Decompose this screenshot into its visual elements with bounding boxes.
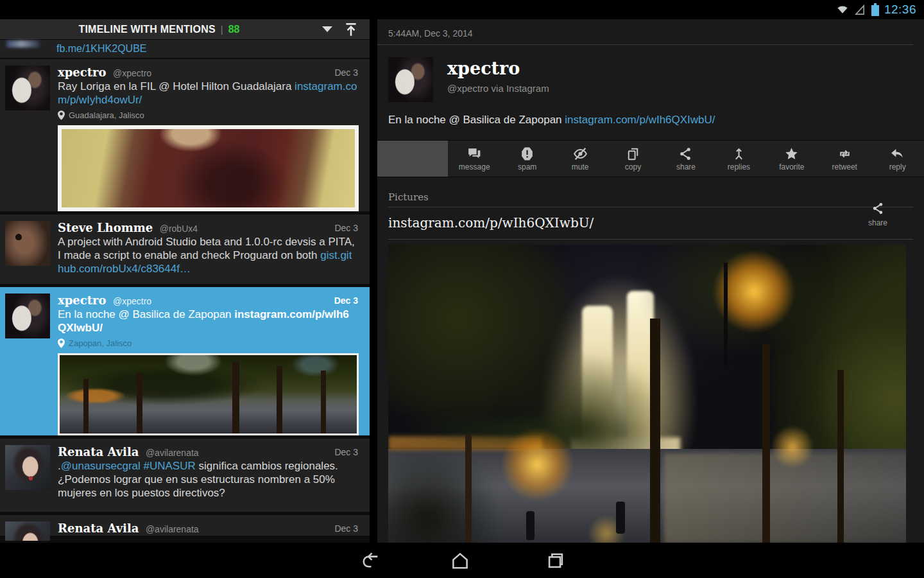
tweet-row[interactable]: Steve Lhomme @robUx4 Dec 3 A project wit…: [0, 215, 370, 284]
pictures-section-label: Pictures: [388, 191, 913, 207]
tweet-hashtag-link[interactable]: #UNASUR: [141, 460, 196, 472]
tweet-date: Dec 3: [334, 445, 358, 459]
tweet-handle: @avilarenata: [146, 524, 199, 534]
tweet-text: En la noche @ Basilica de Zapopan instag…: [58, 308, 357, 335]
tweet-action-bar: message spam mute: [377, 140, 924, 177]
tweet-handle: @xpectro: [113, 296, 151, 306]
spam-button[interactable]: spam: [501, 141, 553, 177]
tweet-link[interactable]: fb.me/1KHK2QUBE: [56, 43, 147, 54]
tweet-author[interactable]: xpectro: [58, 66, 107, 79]
back-button[interactable]: [356, 549, 384, 572]
tweet-date: Dec 3: [334, 66, 358, 80]
action-label: message: [459, 162, 490, 171]
battery-icon: [871, 3, 880, 17]
action-label: replies: [728, 162, 750, 171]
picture-link[interactable]: instagram.com/p/wIh6QXIwbU/: [388, 215, 594, 231]
tweet-date: Dec 3: [334, 221, 358, 235]
tweet-text-plain: En la noche @ Basilica de Zapopan: [388, 114, 565, 126]
tweet-handle: @robUx4: [160, 223, 198, 234]
tweet-location: Guadalajara, Jalisco: [58, 109, 363, 121]
action-label: mute: [572, 162, 589, 171]
scroll-to-top-button[interactable]: [343, 21, 359, 40]
reply-button[interactable]: reply: [871, 141, 924, 177]
replies-icon: [731, 146, 747, 162]
share-button[interactable]: share: [660, 141, 712, 177]
author-name[interactable]: xpectro: [447, 58, 520, 78]
copy-icon: [625, 146, 641, 162]
picture-link-row: instagram.com/p/wIh6QXIwbU/ share: [388, 207, 913, 240]
wifi-icon: [835, 3, 850, 16]
share-icon: [678, 146, 694, 162]
share-icon: [871, 201, 886, 216]
home-button[interactable]: [446, 549, 474, 572]
title-separator: |: [221, 24, 223, 35]
favorite-button[interactable]: favorite: [766, 141, 818, 177]
android-nav-bar: [0, 543, 924, 578]
author-profile: xpectro @xpectro via Instagram: [388, 57, 913, 102]
tweet-row-selected[interactable]: xpectro @xpectro Dec 3 En la noche @ Bas…: [0, 287, 370, 435]
tweet-row[interactable]: Renata Avila @avilarenata Dec 3 .@unasur…: [0, 439, 370, 512]
location-label: Zapopan, Jalisco: [69, 338, 132, 348]
tweet-detail-pane: 5:44AM, Dec 3, 2014 xpectro @xpectro via…: [377, 19, 924, 543]
message-icon: [466, 146, 483, 162]
favorite-icon: [783, 146, 800, 162]
tweet-row-partial-bottom[interactable]: Renata Avila @avilarenata Dec 3: [0, 515, 370, 536]
timeline-pane: TIMELINE WITH MENTIONS | 88 fb.me/1KHK2Q…: [0, 19, 370, 543]
tweet-text: A project with Android Studio beta and 1…: [58, 235, 357, 281]
picture-share-button[interactable]: share: [860, 201, 895, 227]
tweet-text: Ray Loriga en la FIL @ Hotel Hilton Guad…: [58, 80, 357, 107]
avatar[interactable]: [388, 57, 433, 102]
action-label: retweet: [832, 162, 857, 171]
tweet-timestamp: 5:44AM, Dec 3, 2014: [377, 19, 913, 45]
tweet-text: .@unasursecgral #UNASUR significa cambio…: [58, 459, 357, 500]
replies-button[interactable]: replies: [712, 141, 765, 177]
tweet-photo[interactable]: [58, 125, 359, 211]
tweet-text-plain: Ray Loriga en la FIL @ Hotel Hilton Guad…: [58, 80, 295, 92]
status-bar: 12:36: [0, 0, 924, 19]
avatar[interactable]: [5, 293, 50, 338]
tweet-location: Zapopan, Jalisco: [58, 337, 363, 349]
action-label: favorite: [779, 162, 804, 171]
message-button[interactable]: message: [448, 141, 501, 177]
action-empty-cell[interactable]: [377, 141, 448, 177]
action-label: copy: [625, 162, 641, 171]
back-icon: [359, 550, 381, 572]
tweet-text-plain: En la noche @ Basilica de Zapopan: [58, 308, 234, 320]
tweet-author[interactable]: Steve Lhomme: [58, 221, 153, 234]
clock: 12:36: [884, 3, 916, 17]
retweet-icon: [837, 146, 853, 162]
recents-icon: [545, 550, 567, 572]
avatar[interactable]: [5, 521, 50, 541]
mute-icon: [572, 146, 588, 162]
tweet-author[interactable]: xpectro: [58, 293, 107, 307]
recents-button[interactable]: [542, 549, 570, 572]
tweet-link[interactable]: instagram.com/p/wIh6QXIwbU/: [565, 114, 715, 126]
mute-button[interactable]: mute: [554, 141, 606, 177]
tweet-mention-link[interactable]: @unasursecgral: [61, 460, 141, 472]
tweet-partial-top[interactable]: fb.me/1KHK2QUBE: [0, 40, 370, 58]
app-root: 12:36 TIMELINE WITH MENTIONS | 88 fb.me/…: [0, 0, 924, 578]
avatar[interactable]: [5, 66, 50, 110]
pin-icon: [58, 338, 65, 348]
tweet-photo-large[interactable]: [388, 245, 906, 543]
tweet-date: Dec 3: [334, 293, 358, 308]
pin-icon: [58, 110, 65, 120]
tweet-author[interactable]: Renata Avila: [58, 521, 139, 535]
tweet-text-plain: A project with Android Studio beta and 1…: [58, 236, 355, 261]
tweet-row[interactable]: xpectro @xpectro Dec 3 Ray Loriga en la …: [0, 59, 370, 211]
action-label: reply: [889, 162, 906, 171]
copy-button[interactable]: copy: [606, 141, 659, 177]
avatar[interactable]: [5, 445, 50, 490]
timeline-header: TIMELINE WITH MENTIONS | 88: [0, 19, 370, 40]
tweet-handle: @xpectro: [113, 68, 151, 78]
avatar[interactable]: [5, 221, 50, 266]
author-meta: @xpectro via Instagram: [447, 83, 549, 94]
home-icon: [449, 550, 471, 572]
partial-avatar: [6, 40, 40, 48]
chevron-down-icon[interactable]: [322, 26, 332, 32]
tweet-photo[interactable]: [58, 353, 359, 435]
signal-icon: [854, 4, 866, 16]
timeline-title: TIMELINE WITH MENTIONS: [79, 24, 216, 35]
tweet-author[interactable]: Renata Avila: [58, 445, 139, 459]
retweet-button[interactable]: retweet: [818, 141, 871, 177]
